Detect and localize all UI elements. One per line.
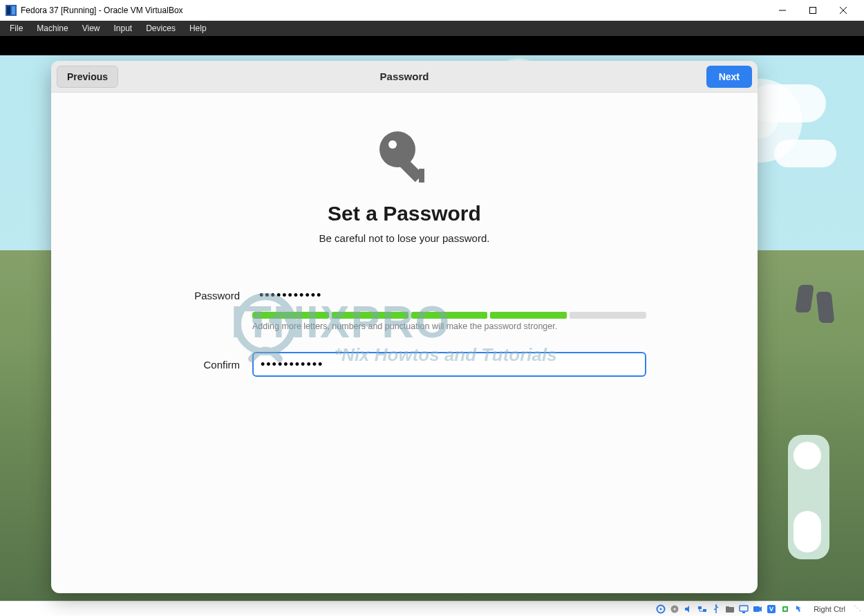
dialog-title: Password <box>380 71 429 82</box>
status-vrde-icon[interactable]: V <box>765 604 778 615</box>
guest-display: Previous Password Next ITNIXPRO *Nix How… <box>0 36 864 601</box>
menu-file[interactable]: File <box>3 22 30 35</box>
svg-rect-2 <box>12 6 15 15</box>
status-cpu-icon[interactable] <box>779 604 791 615</box>
status-optical-icon[interactable] <box>668 604 681 615</box>
svg-point-15 <box>660 608 662 610</box>
vbox-statusbar: V Right Ctrl ⋱ <box>0 601 864 616</box>
menu-view[interactable]: View <box>75 22 107 35</box>
svg-point-11 <box>388 140 397 149</box>
password-label: Password <box>162 290 252 301</box>
previous-button[interactable]: Previous <box>57 66 118 88</box>
password-strength-meter <box>252 312 646 319</box>
status-recording-icon[interactable] <box>751 604 764 615</box>
svg-rect-25 <box>753 606 760 612</box>
menu-input[interactable]: Input <box>107 22 140 35</box>
svg-line-6 <box>840 7 847 14</box>
status-usb-icon[interactable] <box>710 604 722 615</box>
svg-line-5 <box>840 7 847 14</box>
status-display-icon[interactable] <box>738 604 750 615</box>
dialog-body: ITNIXPRO *Nix Howtos and Tutorials Set a… <box>51 93 758 593</box>
subheading: Be careful not to lose your password. <box>51 232 758 244</box>
password-strength-hint: Adding more letters, numbers and punctua… <box>252 321 646 331</box>
virtualbox-app-icon <box>6 5 17 16</box>
vbox-menubar: File Machine View Input Devices Help <box>0 21 864 36</box>
svg-rect-22 <box>726 606 729 608</box>
host-key-indicator[interactable]: Right Ctrl <box>811 605 848 613</box>
status-network-icon[interactable] <box>696 604 708 615</box>
confirm-password-input[interactable] <box>252 352 646 377</box>
svg-rect-4 <box>810 8 816 14</box>
svg-rect-18 <box>698 606 702 609</box>
heading: Set a Password <box>51 202 758 225</box>
status-audio-icon[interactable] <box>682 604 695 615</box>
svg-rect-24 <box>742 612 745 613</box>
svg-rect-1 <box>7 6 10 15</box>
status-shared-folders-icon[interactable] <box>724 604 736 615</box>
menu-devices[interactable]: Devices <box>139 22 182 35</box>
password-form: Password Adding more letters, numbers an… <box>162 283 646 377</box>
svg-text:V: V <box>769 606 773 613</box>
svg-rect-23 <box>740 606 748 611</box>
password-input[interactable] <box>252 283 646 308</box>
minimize-button[interactable] <box>767 0 798 21</box>
svg-point-17 <box>674 608 676 610</box>
svg-rect-29 <box>784 608 787 610</box>
menu-machine[interactable]: Machine <box>30 22 75 35</box>
key-icon <box>51 127 758 189</box>
maximize-button[interactable] <box>798 0 828 21</box>
svg-rect-13 <box>419 169 424 183</box>
vbox-window-title: Fedora 37 [Running] - Oracle VM VirtualB… <box>21 6 183 15</box>
close-button[interactable] <box>828 0 858 21</box>
dialog-header: Previous Password Next <box>51 61 758 93</box>
status-mouse-integration-icon[interactable] <box>793 604 805 615</box>
vbox-titlebar: Fedora 37 [Running] - Oracle VM VirtualB… <box>0 0 864 21</box>
status-hdd-icon[interactable] <box>655 604 667 615</box>
confirm-label: Confirm <box>162 359 252 371</box>
resize-grip-icon[interactable]: ⋱ <box>854 604 860 613</box>
next-button[interactable]: Next <box>706 66 752 88</box>
menu-help[interactable]: Help <box>182 22 214 35</box>
svg-point-20 <box>715 604 717 606</box>
password-setup-dialog: Previous Password Next ITNIXPRO *Nix How… <box>51 61 758 593</box>
